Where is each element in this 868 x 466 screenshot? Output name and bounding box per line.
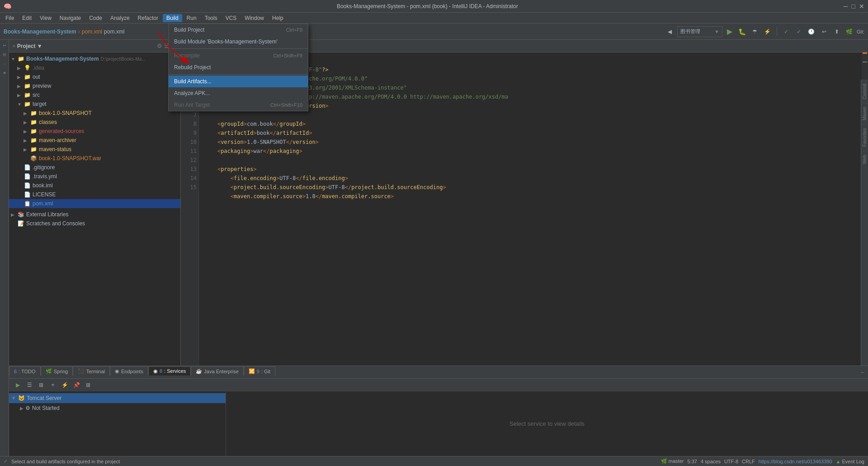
git-history-button[interactable]: 🕐: [806, 26, 817, 37]
status-right: 🌿 master 5:37 4 spaces UTF-8 CRLF https:…: [661, 458, 864, 464]
side-label-commit[interactable]: Commit: [861, 80, 868, 103]
commit-tool-icon[interactable]: ↑: [0, 60, 9, 68]
tree-out[interactable]: ▶ 📁 out: [9, 72, 180, 81]
tree-gitignore[interactable]: ▶ 📄 .gitignore: [9, 163, 180, 172]
iml-icon: 📄: [24, 182, 31, 189]
url-label[interactable]: https://blog.csdn.net/u013463390: [759, 459, 832, 464]
tree-classes[interactable]: ▶ 📁 classes: [9, 118, 180, 127]
project-tool-icon[interactable]: 1: [0, 42, 9, 50]
tree-generated[interactable]: ▶ 📁 generated-sources: [9, 127, 180, 136]
menu-run[interactable]: Run: [183, 14, 200, 22]
back-button[interactable]: ◀: [665, 26, 675, 37]
run-config-selector[interactable]: 图书管理 ▼: [677, 26, 722, 37]
services-tomcat-server[interactable]: ▼ 🐱 Tomcat Server: [9, 393, 226, 403]
side-label-web[interactable]: Web: [861, 151, 868, 167]
services-add-button[interactable]: +: [48, 380, 58, 390]
menu-build[interactable]: Build: [163, 14, 182, 22]
coverage-button[interactable]: ☂: [750, 26, 760, 37]
profile-button[interactable]: ⚡: [762, 26, 773, 37]
tab-git[interactable]: 🔀 9 : Git: [244, 366, 275, 376]
menu-analyze-apk[interactable]: Analyze APK...: [169, 87, 308, 99]
idea-folder-icon: 💡: [24, 65, 31, 71]
services-run-button[interactable]: ▶: [13, 380, 23, 390]
tab-endpoints[interactable]: ◉ Endpoints: [110, 366, 148, 376]
tab-java-enterprise[interactable]: ☕ Java Enterprise: [191, 366, 243, 376]
run-button[interactable]: ▶: [724, 26, 735, 37]
tree-travis[interactable]: ▶ 📄 .travis.yml: [9, 172, 180, 181]
license-icon: 📄: [24, 191, 31, 198]
services-not-started[interactable]: ▶ ⚙ Not Started: [9, 403, 226, 413]
tree-preview[interactable]: ▶ 📁 preview: [9, 81, 180, 90]
tab-services[interactable]: ◉ 8 : Services: [148, 366, 191, 376]
menu-navigate[interactable]: Navigate: [56, 14, 85, 22]
spring-icon: 🌿: [46, 368, 52, 374]
menu-file[interactable]: File: [2, 14, 18, 22]
tomcat-server-icon: 🐱: [18, 395, 25, 401]
structure-tool-icon[interactable]: ⊞: [0, 51, 9, 59]
tree-snapshot[interactable]: ▶ 📁 book-1.0-SNAPSHOT: [9, 109, 180, 118]
tree-external-libs[interactable]: ▶ 📚 External Libraries: [9, 210, 180, 219]
bottom-tabs-bar: 6 : TODO 🌿 Spring ⬛ Terminal ◉ Endpoints…: [9, 366, 861, 376]
tree-src[interactable]: ▶ 📁 src: [9, 90, 180, 100]
rebuild-label: Rebuild Project: [174, 64, 211, 71]
menu-run-ant[interactable]: Run Ant Target Ctrl+Shift+F10: [169, 99, 308, 111]
favorites-tool-icon[interactable]: ★: [0, 69, 9, 77]
close-button[interactable]: ✕: [859, 3, 864, 10]
tree-license[interactable]: ▶ 📄 LICENSE: [9, 190, 180, 199]
maximize-button[interactable]: □: [852, 3, 855, 10]
git-update-button[interactable]: ✓: [793, 26, 804, 37]
menu-window[interactable]: Window: [241, 14, 268, 22]
tab-todo[interactable]: 6 : TODO: [9, 366, 41, 376]
git-push-button[interactable]: ⬆: [831, 26, 842, 37]
menu-recompile[interactable]: Recompile Ctrl+Shift+F9: [169, 50, 308, 62]
side-label-maven[interactable]: Maven: [861, 103, 868, 124]
tree-war[interactable]: ▶ 📦 book-1.0-SNAPSHOT.war: [9, 154, 180, 163]
git-branch-button[interactable]: 🌿: [844, 26, 855, 37]
menu-build-artifacts[interactable]: Build Artifacts...: [169, 76, 308, 87]
menu-tools[interactable]: Tools: [201, 14, 221, 22]
project-panel-header: ≡ Project ▼ ⚙ ☰ ⚙: [9, 40, 180, 52]
services-detail-text: Select service to view details: [509, 420, 585, 427]
services-list-button[interactable]: ☰: [24, 380, 34, 390]
tree-idea[interactable]: ▶ 💡 .idea: [9, 63, 180, 72]
event-log-label[interactable]: ▲ Event Log: [836, 459, 865, 464]
tree-archiver[interactable]: ▶ 📁 maven-archiver: [9, 136, 180, 145]
tree-iml[interactable]: ▶ 📄 book.iml: [9, 181, 180, 190]
menu-view[interactable]: View: [36, 14, 55, 22]
tab-terminal[interactable]: ⬛ Terminal: [73, 366, 110, 376]
branch-label[interactable]: 🌿 master: [661, 458, 684, 464]
minimize-button[interactable]: ─: [844, 3, 848, 10]
menu-build-project[interactable]: Build Project Ctrl+F9: [169, 24, 308, 36]
menu-refactor[interactable]: Refactor: [134, 14, 162, 22]
menu-code[interactable]: Code: [85, 14, 106, 22]
file-name-label: pom.xml: [82, 29, 102, 35]
menu-analyze[interactable]: Analyze: [107, 14, 133, 22]
tree-pom[interactable]: ▶ 📋 pom.xml: [9, 199, 180, 208]
line-sep-label[interactable]: CRLF: [742, 459, 755, 464]
side-label-favorites[interactable]: Favorites: [861, 124, 868, 150]
indent-label[interactable]: 4 spaces: [701, 459, 721, 464]
position-label[interactable]: 5:37: [687, 459, 697, 464]
menu-vcs[interactable]: VCS: [222, 14, 241, 22]
services-filter-button[interactable]: ⚡: [60, 380, 70, 390]
tab-spring[interactable]: 🌿 Spring: [41, 366, 73, 376]
git-check-button[interactable]: ✓: [781, 26, 792, 37]
git-tab-label: : Git: [261, 369, 270, 374]
sync-icon[interactable]: ⚙: [157, 43, 162, 49]
encoding-label[interactable]: UTF-8: [724, 459, 738, 464]
menu-edit[interactable]: Edit: [19, 14, 35, 22]
tree-scratches[interactable]: ▶ 📝 Scratches and Consoles: [9, 219, 180, 228]
debug-button[interactable]: 🐛: [737, 26, 748, 37]
tree-status[interactable]: ▶ 📁 maven-status: [9, 145, 180, 154]
tree-target[interactable]: ▼ 📁 target: [9, 100, 180, 109]
git-revert-button[interactable]: ↩: [819, 26, 830, 37]
menu-build-module[interactable]: Build Module 'Books-Management-System': [169, 36, 308, 48]
services-group-button[interactable]: ⊞: [36, 380, 46, 390]
tree-root[interactable]: ▼ 📁 Books-Management-System D:\project\B…: [9, 54, 180, 63]
services-close-icon[interactable]: ─: [860, 369, 864, 376]
services-pin-button[interactable]: 📌: [71, 380, 81, 390]
menu-rebuild[interactable]: Rebuild Project: [169, 62, 308, 73]
recompile-shortcut: Ctrl+Shift+F9: [273, 53, 302, 58]
menu-help[interactable]: Help: [269, 14, 287, 22]
services-expand-button[interactable]: ⊞: [83, 380, 93, 390]
